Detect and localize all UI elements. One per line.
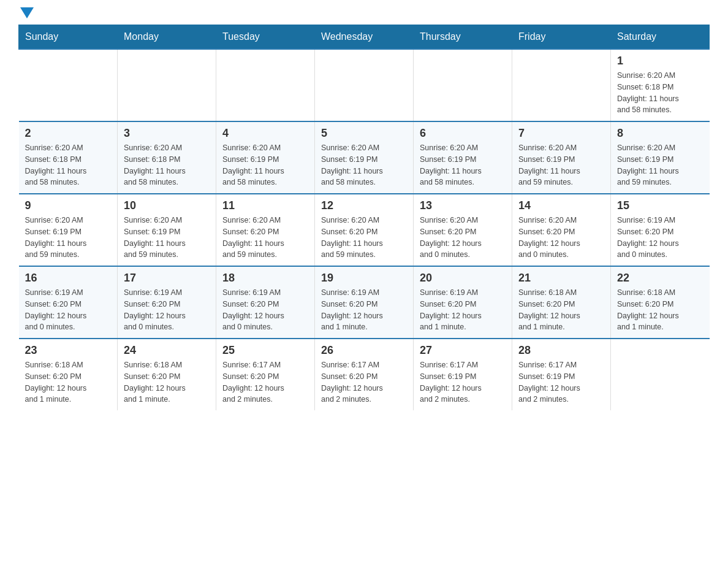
weekday-header-sunday: Sunday [19,25,118,50]
weekday-header-thursday: Thursday [414,25,512,50]
day-info: Sunrise: 6:20 AMSunset: 6:18 PMDaylight:… [617,70,703,116]
calendar-cell: 10Sunrise: 6:20 AMSunset: 6:19 PMDayligh… [118,194,216,266]
calendar-cell: 16Sunrise: 6:19 AMSunset: 6:20 PMDayligh… [19,266,118,339]
weekday-header-row: SundayMondayTuesdayWednesdayThursdayFrid… [19,25,710,50]
calendar-cell: 24Sunrise: 6:18 AMSunset: 6:20 PMDayligh… [118,339,216,410]
calendar-cell: 28Sunrise: 6:17 AMSunset: 6:19 PMDayligh… [512,339,611,410]
day-number: 12 [321,199,407,212]
day-info: Sunrise: 6:20 AMSunset: 6:19 PMDaylight:… [321,142,407,188]
calendar-cell: 11Sunrise: 6:20 AMSunset: 6:20 PMDayligh… [216,194,315,266]
calendar-week-4: 16Sunrise: 6:19 AMSunset: 6:20 PMDayligh… [19,266,710,339]
day-info: Sunrise: 6:17 AMSunset: 6:20 PMDaylight:… [222,359,308,405]
calendar-week-1: 1Sunrise: 6:20 AMSunset: 6:18 PMDaylight… [19,49,710,121]
day-number: 9 [25,199,112,212]
calendar-cell: 21Sunrise: 6:18 AMSunset: 6:20 PMDayligh… [512,266,611,339]
day-info: Sunrise: 6:20 AMSunset: 6:20 PMDaylight:… [518,215,604,261]
day-number: 1 [617,55,703,67]
day-number: 4 [222,127,308,140]
calendar-cell: 7Sunrise: 6:20 AMSunset: 6:19 PMDaylight… [512,121,611,194]
day-info: Sunrise: 6:20 AMSunset: 6:20 PMDaylight:… [420,215,506,261]
day-number: 19 [321,272,407,285]
day-info: Sunrise: 6:19 AMSunset: 6:20 PMDaylight:… [617,215,703,261]
day-info: Sunrise: 6:18 AMSunset: 6:20 PMDaylight:… [518,287,604,333]
calendar-header: SundayMondayTuesdayWednesdayThursdayFrid… [19,25,710,50]
calendar-table: SundayMondayTuesdayWednesdayThursdayFrid… [18,25,710,410]
calendar-cell: 3Sunrise: 6:20 AMSunset: 6:18 PMDaylight… [118,121,216,194]
day-number: 27 [420,344,506,357]
calendar-cell: 1Sunrise: 6:20 AMSunset: 6:18 PMDaylight… [611,49,710,121]
calendar-cell: 23Sunrise: 6:18 AMSunset: 6:20 PMDayligh… [19,339,118,410]
calendar-cell: 25Sunrise: 6:17 AMSunset: 6:20 PMDayligh… [216,339,315,410]
calendar-cell: 14Sunrise: 6:20 AMSunset: 6:20 PMDayligh… [512,194,611,266]
day-number: 5 [321,127,407,140]
day-number: 3 [124,127,210,140]
svg-marker-0 [20,7,34,18]
calendar-cell [216,49,315,121]
calendar-cell: 15Sunrise: 6:19 AMSunset: 6:20 PMDayligh… [611,194,710,266]
day-info: Sunrise: 6:20 AMSunset: 6:19 PMDaylight:… [518,142,604,188]
day-number: 17 [124,272,210,285]
calendar-cell: 12Sunrise: 6:20 AMSunset: 6:20 PMDayligh… [315,194,414,266]
day-number: 11 [222,199,308,212]
calendar-cell: 4Sunrise: 6:20 AMSunset: 6:19 PMDaylight… [216,121,315,194]
day-number: 25 [222,344,308,357]
day-info: Sunrise: 6:18 AMSunset: 6:20 PMDaylight:… [124,359,210,405]
day-info: Sunrise: 6:20 AMSunset: 6:19 PMDaylight:… [420,142,506,188]
page-header [18,12,710,18]
calendar-body: 1Sunrise: 6:20 AMSunset: 6:18 PMDaylight… [19,49,710,410]
calendar-cell: 17Sunrise: 6:19 AMSunset: 6:20 PMDayligh… [118,266,216,339]
weekday-header-tuesday: Tuesday [216,25,315,50]
calendar-cell: 6Sunrise: 6:20 AMSunset: 6:19 PMDaylight… [414,121,512,194]
calendar-cell: 22Sunrise: 6:18 AMSunset: 6:20 PMDayligh… [611,266,710,339]
day-number: 21 [518,272,604,285]
day-info: Sunrise: 6:19 AMSunset: 6:20 PMDaylight:… [25,287,112,333]
day-info: Sunrise: 6:20 AMSunset: 6:19 PMDaylight:… [124,215,210,261]
day-number: 14 [518,199,604,212]
calendar-cell [19,49,118,121]
day-info: Sunrise: 6:20 AMSunset: 6:19 PMDaylight:… [617,142,703,188]
day-number: 6 [420,127,506,140]
calendar-cell [118,49,216,121]
calendar-cell [611,339,710,410]
day-number: 28 [518,344,604,357]
calendar-cell: 18Sunrise: 6:19 AMSunset: 6:20 PMDayligh… [216,266,315,339]
calendar-cell: 9Sunrise: 6:20 AMSunset: 6:19 PMDaylight… [19,194,118,266]
day-info: Sunrise: 6:19 AMSunset: 6:20 PMDaylight:… [222,287,308,333]
weekday-header-monday: Monday [118,25,216,50]
calendar-cell: 20Sunrise: 6:19 AMSunset: 6:20 PMDayligh… [414,266,512,339]
weekday-header-friday: Friday [512,25,611,50]
day-info: Sunrise: 6:20 AMSunset: 6:18 PMDaylight:… [25,142,112,188]
calendar-week-2: 2Sunrise: 6:20 AMSunset: 6:18 PMDaylight… [19,121,710,194]
calendar-cell: 27Sunrise: 6:17 AMSunset: 6:19 PMDayligh… [414,339,512,410]
day-info: Sunrise: 6:19 AMSunset: 6:20 PMDaylight:… [124,287,210,333]
calendar-cell: 2Sunrise: 6:20 AMSunset: 6:18 PMDaylight… [19,121,118,194]
day-number: 20 [420,272,506,285]
calendar-week-5: 23Sunrise: 6:18 AMSunset: 6:20 PMDayligh… [19,339,710,410]
logo-arrow-icon [20,7,34,18]
day-info: Sunrise: 6:19 AMSunset: 6:20 PMDaylight:… [420,287,506,333]
calendar-cell: 8Sunrise: 6:20 AMSunset: 6:19 PMDaylight… [611,121,710,194]
day-number: 15 [617,199,703,212]
day-info: Sunrise: 6:17 AMSunset: 6:19 PMDaylight:… [420,359,506,405]
calendar-cell [512,49,611,121]
day-info: Sunrise: 6:17 AMSunset: 6:19 PMDaylight:… [518,359,604,405]
logo [18,12,34,18]
day-number: 22 [617,272,703,285]
weekday-header-wednesday: Wednesday [315,25,414,50]
day-info: Sunrise: 6:20 AMSunset: 6:19 PMDaylight:… [25,215,112,261]
day-info: Sunrise: 6:19 AMSunset: 6:20 PMDaylight:… [321,287,407,333]
day-number: 8 [617,127,703,140]
day-info: Sunrise: 6:18 AMSunset: 6:20 PMDaylight:… [617,287,703,333]
day-info: Sunrise: 6:20 AMSunset: 6:20 PMDaylight:… [222,215,308,261]
calendar-cell: 19Sunrise: 6:19 AMSunset: 6:20 PMDayligh… [315,266,414,339]
day-info: Sunrise: 6:20 AMSunset: 6:18 PMDaylight:… [124,142,210,188]
day-number: 18 [222,272,308,285]
calendar-cell [414,49,512,121]
day-number: 13 [420,199,506,212]
day-info: Sunrise: 6:17 AMSunset: 6:20 PMDaylight:… [321,359,407,405]
calendar-cell: 5Sunrise: 6:20 AMSunset: 6:19 PMDaylight… [315,121,414,194]
day-number: 7 [518,127,604,140]
day-info: Sunrise: 6:20 AMSunset: 6:19 PMDaylight:… [222,142,308,188]
day-number: 23 [25,344,112,357]
day-info: Sunrise: 6:20 AMSunset: 6:20 PMDaylight:… [321,215,407,261]
